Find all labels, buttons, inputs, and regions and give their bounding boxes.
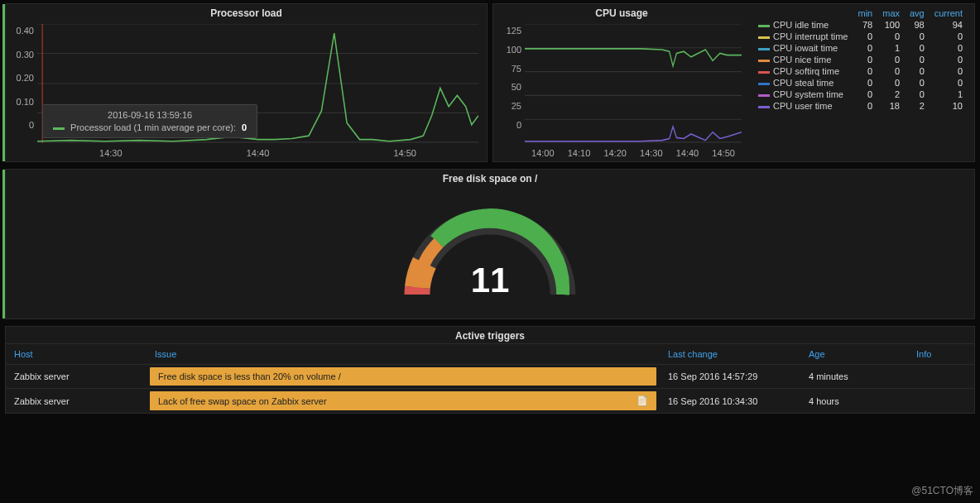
x-tick: 14:10 bbox=[568, 148, 591, 158]
cell-host: Zabbix server bbox=[6, 365, 147, 389]
panel-accent bbox=[2, 170, 5, 319]
cpu-usage-chart[interactable]: 125 100 75 50 25 0 bbox=[493, 21, 750, 146]
series-name: CPU iowait time bbox=[773, 43, 838, 53]
stat-max: 0 bbox=[877, 31, 905, 42]
legend-row[interactable]: CPU interrupt time0000 bbox=[753, 31, 968, 42]
stat-min: 78 bbox=[853, 19, 877, 31]
col-info[interactable]: Info bbox=[908, 344, 974, 365]
col-issue[interactable]: Issue bbox=[147, 344, 660, 365]
stat-max: 0 bbox=[877, 77, 905, 89]
stat-max: 0 bbox=[877, 65, 905, 77]
cell-host: Zabbix server bbox=[6, 389, 147, 414]
stat-avg: 98 bbox=[905, 19, 930, 31]
series-swatch bbox=[758, 36, 770, 39]
series-name: CPU user time bbox=[773, 101, 833, 111]
processor-load-panel: Processor load 0.40 0.30 0.20 0.10 0 201… bbox=[5, 3, 488, 162]
series-name: CPU system time bbox=[773, 89, 843, 99]
stat-current: 0 bbox=[930, 31, 968, 42]
gauge-value: 11 bbox=[399, 261, 581, 300]
stat-avg: 2 bbox=[905, 100, 930, 112]
series-name: CPU interrupt time bbox=[773, 31, 848, 41]
legend-row[interactable]: CPU idle time781009894 bbox=[753, 19, 968, 31]
legend-row[interactable]: CPU iowait time0100 bbox=[753, 42, 968, 54]
x-tick: 14:00 bbox=[531, 148, 555, 158]
x-tick: 14:30 bbox=[99, 148, 122, 158]
stat-max: 18 bbox=[877, 100, 905, 112]
stat-min: 0 bbox=[853, 42, 877, 54]
legend-row[interactable]: CPU user time018210 bbox=[753, 100, 968, 112]
stat-avg: 0 bbox=[905, 65, 930, 77]
y-tick: 25 bbox=[497, 101, 521, 111]
stat-min: 0 bbox=[853, 77, 877, 89]
document-icon[interactable]: 📄 bbox=[637, 395, 648, 406]
issue-text: Free disk space is less than 20% on volu… bbox=[158, 371, 341, 381]
chart-tooltip: 2016-09-16 13:59:16 Processor load (1 mi… bbox=[42, 104, 257, 138]
series-name: CPU idle time bbox=[773, 20, 829, 30]
y-tick: 0.20 bbox=[9, 73, 34, 83]
stat-min: 0 bbox=[853, 65, 877, 77]
tooltip-timestamp: 2016-09-16 13:59:16 bbox=[53, 110, 247, 120]
col-min: min bbox=[853, 7, 877, 19]
x-tick: 14:50 bbox=[393, 148, 416, 158]
panel-title: Processor load bbox=[6, 4, 487, 21]
series-swatch bbox=[758, 60, 770, 62]
y-tick: 0.10 bbox=[9, 97, 34, 107]
cell-last-change: 16 Sep 2016 14:57:29 bbox=[660, 365, 800, 389]
stat-min: 0 bbox=[853, 89, 877, 100]
cpu-legend-table: min max avg current CPU idle time7810098… bbox=[750, 4, 974, 161]
cell-last-change: 16 Sep 2016 10:34:30 bbox=[660, 389, 800, 414]
stat-current: 1 bbox=[930, 89, 968, 100]
stat-current: 0 bbox=[930, 65, 968, 77]
y-tick: 0.30 bbox=[9, 50, 34, 60]
col-last-change[interactable]: Last change bbox=[660, 344, 800, 365]
col-host[interactable]: Host bbox=[6, 344, 147, 365]
col-max: max bbox=[877, 7, 905, 19]
stat-max: 1 bbox=[877, 42, 905, 54]
cell-age: 4 hours bbox=[800, 389, 908, 414]
stat-current: 10 bbox=[930, 100, 968, 112]
series-swatch bbox=[758, 106, 770, 108]
stat-current: 0 bbox=[930, 77, 968, 89]
stat-max: 100 bbox=[877, 19, 905, 31]
line-chart-svg bbox=[525, 24, 742, 143]
cell-info bbox=[908, 365, 974, 389]
y-tick: 50 bbox=[497, 82, 521, 92]
stat-avg: 0 bbox=[905, 89, 930, 100]
y-axis: 125 100 75 50 25 0 bbox=[497, 26, 521, 130]
series-name: CPU steal time bbox=[773, 78, 833, 88]
cell-age: 4 minutes bbox=[800, 365, 908, 389]
legend-row[interactable]: CPU softirq time0000 bbox=[753, 65, 968, 77]
col-avg: avg bbox=[905, 7, 930, 19]
panel-title: Free disk space on / bbox=[443, 170, 538, 186]
series-swatch bbox=[758, 83, 770, 85]
issue-badge[interactable]: Lack of free swap space on Zabbix server… bbox=[150, 391, 656, 410]
stat-avg: 0 bbox=[905, 77, 930, 89]
cpu-usage-panel: CPU usage 125 100 75 50 25 0 bbox=[492, 3, 975, 162]
x-tick: 14:40 bbox=[247, 148, 270, 158]
legend-row[interactable]: CPU system time0201 bbox=[753, 89, 968, 100]
series-swatch bbox=[758, 25, 770, 27]
x-axis: 14:00 14:10 14:20 14:30 14:40 14:50 bbox=[493, 146, 750, 161]
series-name: CPU nice time bbox=[773, 55, 831, 65]
col-current: current bbox=[930, 7, 968, 19]
y-tick: 100 bbox=[497, 45, 521, 55]
series-swatch bbox=[758, 71, 770, 74]
x-tick: 14:50 bbox=[712, 148, 735, 158]
legend-row[interactable]: CPU steal time0000 bbox=[753, 77, 968, 89]
processor-load-chart[interactable]: 0.40 0.30 0.20 0.10 0 2016-09-16 13:59:1… bbox=[6, 21, 487, 146]
stat-min: 0 bbox=[853, 54, 877, 65]
legend-row[interactable]: CPU nice time0000 bbox=[753, 54, 968, 65]
stat-avg: 0 bbox=[905, 31, 930, 42]
table-row: Zabbix serverLack of free swap space on … bbox=[6, 389, 974, 414]
panel-accent bbox=[2, 4, 5, 161]
stat-min: 0 bbox=[853, 100, 877, 112]
col-age[interactable]: Age bbox=[800, 344, 908, 365]
series-swatch bbox=[53, 127, 65, 130]
tooltip-series-name: Processor load (1 min average per core): bbox=[70, 122, 236, 132]
stat-max: 2 bbox=[877, 89, 905, 100]
series-swatch bbox=[758, 48, 770, 50]
y-tick: 0.40 bbox=[9, 26, 34, 36]
issue-badge[interactable]: Free disk space is less than 20% on volu… bbox=[150, 367, 656, 386]
y-axis: 0.40 0.30 0.20 0.10 0 bbox=[9, 26, 34, 130]
active-triggers-panel: Active triggers Host Issue Last change A… bbox=[5, 326, 975, 414]
